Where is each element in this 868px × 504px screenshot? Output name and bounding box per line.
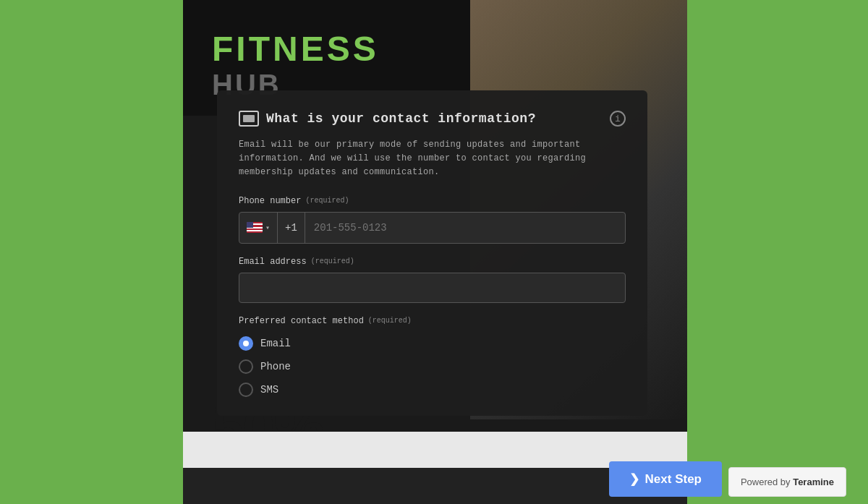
phone-label-text: Phone number: [239, 196, 301, 206]
radio-sms-circle: [239, 383, 253, 397]
radio-sms-label: SMS: [260, 384, 278, 396]
email-required-badge: (required): [311, 257, 354, 265]
radio-option-email[interactable]: Email: [239, 336, 626, 351]
country-code-display: +1: [278, 213, 305, 243]
country-selector[interactable]: ▾: [239, 213, 278, 243]
phone-field-label: Phone number (required): [239, 196, 626, 206]
form-header: What is your contact information? i: [239, 111, 626, 127]
radio-options-group: Email Phone SMS: [239, 336, 626, 397]
next-step-button[interactable]: ❯ Next Step: [609, 461, 722, 497]
next-step-label: Next Step: [645, 472, 702, 487]
form-title-group: What is your contact information?: [239, 111, 536, 127]
phone-input-group: ▾ +1: [239, 212, 626, 244]
radio-phone-label: Phone: [260, 361, 291, 372]
us-flag-icon: [247, 222, 263, 233]
teramine-brand: Teramine: [793, 477, 834, 487]
radio-phone-circle: [239, 359, 253, 374]
flag-canton: [247, 222, 253, 228]
contact-form-modal: What is your contact information? i Emai…: [217, 90, 647, 416]
form-description: Email will be our primary mode of sendin…: [239, 138, 626, 180]
preferred-required-badge: (required): [368, 317, 412, 325]
powered-by-badge: Powered by Teramine: [728, 467, 846, 497]
bg-fitness-title: FITNESS: [212, 29, 658, 69]
form-title: What is your contact information?: [266, 111, 536, 126]
radio-email-label: Email: [260, 338, 291, 349]
preferred-method-label: Preferred contact method (required): [239, 316, 626, 326]
radio-email-circle: [239, 336, 253, 351]
phone-required-badge: (required): [305, 197, 349, 205]
email-input[interactable]: [239, 273, 626, 303]
contact-card-icon-inner: [243, 115, 255, 122]
radio-option-sms[interactable]: SMS: [239, 383, 626, 397]
powered-by-text: Powered by: [741, 477, 791, 487]
country-chevron-icon: ▾: [265, 223, 270, 232]
phone-input[interactable]: [305, 213, 625, 243]
next-step-arrow-icon: ❯: [629, 471, 639, 487]
left-panel: [0, 0, 183, 504]
info-icon[interactable]: i: [610, 111, 626, 127]
right-panel: [687, 0, 868, 504]
preferred-label-text: Preferred contact method: [239, 316, 364, 326]
email-field-label: Email address (required): [239, 257, 626, 267]
email-label-text: Email address: [239, 257, 307, 267]
contact-card-icon: [239, 111, 259, 127]
radio-option-phone[interactable]: Phone: [239, 359, 626, 374]
